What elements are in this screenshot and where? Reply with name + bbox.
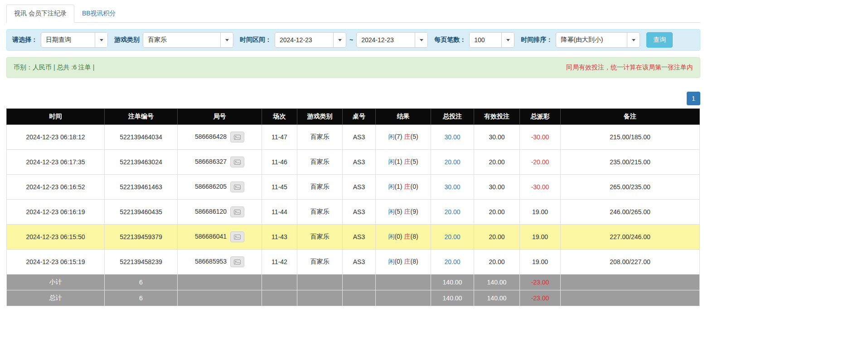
- date-to-dropdown[interactable]: 2024-12-23: [356, 32, 428, 48]
- game-type-value: 百家乐: [143, 33, 220, 47]
- date-to-caret-button[interactable]: [415, 33, 427, 47]
- cell-remark: 227.00/246.00: [561, 225, 700, 250]
- same-round-notice-text: 同局有效投注，统一计算在该局第一张注单内: [566, 64, 693, 72]
- filter-group-date-range: 时间区间： 2024-12-23 ~ 2024-12-23: [240, 32, 428, 48]
- time-sort-label: 时间排序：: [521, 36, 553, 44]
- video-replay-button[interactable]: [230, 182, 244, 192]
- round-number: 586686428: [195, 133, 227, 140]
- col-header-bet-id: 注单编号: [105, 109, 178, 125]
- header-row: 时间 注单编号 局号 场次 游戏类别 桌号 结果 总投注 有效投注 总派彩 备注: [7, 109, 700, 125]
- result-banker: 庄: [404, 233, 411, 240]
- query-type-caret-button[interactable]: [95, 33, 107, 47]
- cell-total-bet-link[interactable]: 20.00: [431, 225, 474, 250]
- tab-betting-records[interactable]: 视讯 会员下注纪录: [6, 5, 74, 23]
- round-number: 586686327: [195, 158, 227, 165]
- cell-total-bet-link[interactable]: 20.00: [431, 250, 474, 275]
- time-sort-caret-button[interactable]: [627, 33, 640, 47]
- cell-game-type: 百家乐: [297, 125, 343, 150]
- date-from-dropdown[interactable]: 2024-12-23: [275, 32, 346, 48]
- video-replay-button[interactable]: [230, 206, 244, 217]
- query-button[interactable]: 查询: [646, 32, 673, 48]
- cell-round: 586686120: [178, 200, 262, 225]
- result-player-score: (1): [394, 183, 402, 190]
- col-header-valid-bet: 有效投注: [474, 109, 520, 125]
- cell-remark: 235.00/215.00: [561, 150, 700, 175]
- col-header-payout: 总派彩: [520, 109, 561, 125]
- cell-result: 闲(1)庄(5): [376, 150, 431, 175]
- cell-session: 11-47: [262, 125, 297, 150]
- game-type-dropdown[interactable]: 百家乐: [143, 32, 233, 48]
- cell-total-bet-link[interactable]: 20.00: [431, 150, 474, 175]
- cell-total-bet-link[interactable]: 30.00: [431, 125, 474, 150]
- cell-total-bet-link[interactable]: 30.00: [431, 175, 474, 200]
- result-player-score: (1): [394, 158, 402, 165]
- result-banker: 庄: [404, 208, 411, 215]
- video-icon: [234, 209, 241, 215]
- cell-result: 闲(1)庄(0): [376, 175, 431, 200]
- result-banker-score: (8): [411, 233, 418, 240]
- cell-table-no: AS3: [343, 200, 376, 225]
- col-header-result: 结果: [376, 109, 431, 125]
- cell-table-no: AS3: [343, 175, 376, 200]
- cell-remark: 208.00/227.00: [561, 250, 700, 275]
- cell-round: 586686041: [178, 225, 262, 250]
- video-replay-button[interactable]: [230, 231, 244, 242]
- cell-valid-bet: 20.00: [474, 250, 520, 275]
- cell-table-no: AS3: [343, 225, 376, 250]
- result-banker: 庄: [404, 183, 411, 190]
- cell-empty: [297, 290, 343, 306]
- grand-total-valid-bet: 140.00: [474, 290, 520, 306]
- video-replay-button[interactable]: [230, 132, 244, 142]
- tab-bar: 视讯 会员下注纪录 BB视讯积分: [6, 5, 700, 23]
- per-page-dropdown[interactable]: 100: [469, 32, 514, 48]
- select-type-label: 请选择：: [12, 36, 38, 44]
- video-replay-button[interactable]: [230, 157, 244, 167]
- cell-valid-bet: 30.00: [474, 175, 520, 200]
- result-banker: 庄: [404, 133, 411, 140]
- cell-empty: [343, 290, 376, 306]
- cell-remark: 246.00/265.00: [561, 200, 700, 225]
- result-player: 闲: [388, 183, 394, 190]
- cell-table-no: AS3: [343, 250, 376, 275]
- table-body: 2024-12-23 06:18:12 522139464034 5866864…: [7, 125, 700, 275]
- per-page-caret-button[interactable]: [501, 33, 514, 47]
- tab-bb-video-points[interactable]: BB视讯积分: [74, 5, 124, 23]
- query-type-value: 日期查询: [41, 33, 95, 47]
- result-player-score: (0): [394, 233, 402, 240]
- result-player-score: (0): [394, 258, 402, 265]
- table-row: 2024-12-23 06:15:19 522139458239 5866859…: [7, 250, 700, 275]
- table-header: 时间 注单编号 局号 场次 游戏类别 桌号 结果 总投注 有效投注 总派彩 备注: [7, 109, 700, 125]
- cell-total-bet-link[interactable]: 20.00: [431, 200, 474, 225]
- grand-total-payout: -23.00: [520, 290, 561, 306]
- filter-group-per-page: 每页笔数： 100: [434, 32, 514, 48]
- result-player: 闲: [388, 233, 394, 240]
- cell-valid-bet: 30.00: [474, 125, 520, 150]
- video-replay-button[interactable]: [230, 256, 244, 267]
- cell-payout: 19.00: [520, 250, 561, 275]
- cell-result: 闲(7)庄(5): [376, 125, 431, 150]
- subtotal-payout: -23.00: [520, 275, 561, 290]
- cell-table-no: AS3: [343, 125, 376, 150]
- query-type-dropdown[interactable]: 日期查询: [41, 32, 108, 48]
- col-header-game-type: 游戏类别: [297, 109, 343, 125]
- cell-valid-bet: 20.00: [474, 150, 520, 175]
- game-type-caret-button[interactable]: [220, 33, 233, 47]
- result-banker-score: (5): [411, 158, 418, 165]
- round-number: 586686205: [195, 183, 227, 190]
- content-area: 视讯 会员下注纪录 BB视讯积分 请选择： 日期查询 游戏类别 百家乐 时间区间…: [6, 5, 700, 306]
- time-sort-dropdown[interactable]: 降幂(由大到小): [556, 32, 640, 48]
- cell-remark: 265.00/235.00: [561, 175, 700, 200]
- col-header-time: 时间: [7, 109, 105, 125]
- page-1-button[interactable]: 1: [687, 92, 700, 105]
- betting-records-table: 时间 注单编号 局号 场次 游戏类别 桌号 结果 总投注 有效投注 总派彩 备注…: [6, 108, 700, 306]
- cell-payout: -30.00: [520, 125, 561, 150]
- cell-round: 586686428: [178, 125, 262, 150]
- chevron-down-icon: [100, 39, 103, 41]
- cell-time: 2024-12-23 06:15:19: [7, 250, 105, 275]
- cell-game-type: 百家乐: [297, 200, 343, 225]
- grand-total-total-bet: 140.00: [431, 290, 474, 306]
- date-from-caret-button[interactable]: [333, 33, 346, 47]
- date-from-value: 2024-12-23: [275, 33, 333, 47]
- col-header-total-bet: 总投注: [431, 109, 474, 125]
- cell-bet-id: 522139458239: [105, 250, 178, 275]
